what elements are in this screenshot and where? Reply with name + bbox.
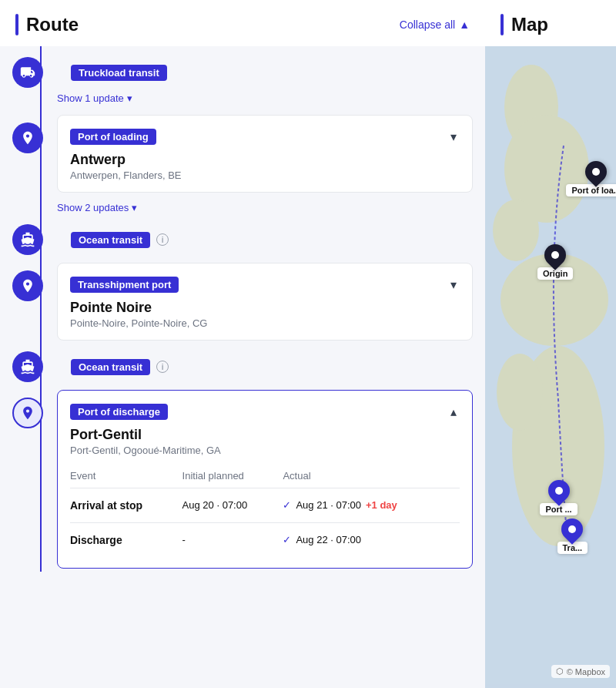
transshipment-badge: Transshipment port (70, 277, 179, 293)
map-pin-port-of-loading[interactable]: Port of loa... (566, 161, 616, 196)
event-arrival-name: Arrival at stop (70, 499, 142, 512)
map-title-accent (500, 14, 504, 35)
check-icon-arrival: ✓ (283, 499, 291, 511)
collapse-label: Collapse all (400, 18, 455, 31)
ocean-transit-2-badge: Ocean transit (71, 359, 150, 375)
event-row-discharge: Discharge - ✓ Aug 22 · 07:00 (70, 523, 460, 558)
route-title: Route (26, 14, 79, 35)
transshipment-node (12, 270, 43, 301)
chevron-up-icon: ▲ (459, 18, 470, 31)
map-pin-circle-loading (581, 156, 611, 187)
delay-badge-arrival: +1 day (366, 499, 397, 511)
ocean-transit-2-info-icon[interactable]: i (156, 361, 169, 373)
pointe-noire-subtitle: Pointe-Noire, Pointe-Noire, CG (70, 317, 460, 329)
location-pin-icon (20, 130, 35, 146)
svg-point-6 (497, 354, 543, 431)
main-panel: Route Collapse all ▲ Truckload transit (0, 0, 485, 688)
truckload-node (12, 57, 43, 88)
map-pin-transshipment[interactable]: Tra... (557, 519, 588, 554)
event-discharge-actual: ✓ Aug 22 · 07:00 (283, 534, 460, 545)
port-of-loading-card-header: Port of loading ▾ (70, 126, 460, 147)
map-pin-circle-discharge (544, 475, 574, 506)
port-gentil-subtitle: Port-Gentil, Ogooué-Maritime, GA (70, 445, 460, 456)
map-body: Port of loa... Origin Port ... Tra... ⬡ (485, 46, 616, 684)
port-gentil-title: Port-Gentil (70, 427, 460, 443)
ocean-transit-1-info: Ocean transit i (71, 232, 169, 248)
event-discharge-name: Discharge (70, 534, 122, 546)
map-pin-circle-origin (540, 240, 571, 270)
location-pin-icon-3 (20, 405, 35, 421)
event-arrival-actual: ✓ Aug 21 · 07:00 +1 day (283, 499, 460, 511)
port-of-discharge-node (12, 398, 43, 428)
port-of-loading-card: Port of loading ▾ Antwerp Antwerpen, Fla… (57, 115, 473, 193)
port-of-loading-badge: Port of loading (70, 129, 156, 145)
col-initial: Initial planned (182, 464, 283, 488)
truck-icon (20, 65, 35, 80)
truckload-badge: Truckload transit (71, 65, 167, 81)
pointe-noire-title: Pointe Noire (70, 300, 460, 316)
panel-title: Route (15, 14, 79, 35)
port-of-discharge-chevron-button[interactable]: ▴ (447, 401, 460, 422)
map-pin-inner-discharge (555, 487, 563, 495)
transshipment-chevron-button[interactable]: ▾ (447, 274, 460, 295)
map-pin-inner-origin (551, 251, 559, 259)
port-of-discharge-badge: Port of discharge (70, 404, 168, 420)
route-content: Truckload transit Show 1 update ▾ (0, 46, 485, 587)
map-svg (485, 46, 616, 684)
show-1-update-row: Show 1 update ▾ (12, 92, 473, 112)
show-2-updates-button[interactable]: Show 2 updates ▾ (57, 202, 137, 213)
events-table: Event Initial planned Actual Arrival at … (70, 464, 460, 557)
ocean-transit-2-info: Ocean transit i (71, 359, 169, 375)
antwerp-subtitle: Antwerpen, Flanders, BE (70, 169, 460, 181)
panel-header: Route Collapse all ▲ (0, 0, 485, 46)
svg-point-3 (493, 200, 539, 261)
ocean-transit-1-badge: Ocean transit (71, 232, 150, 248)
transshipment-row: Transshipment port ▾ Pointe Noire Pointe… (12, 260, 473, 344)
location-pin-icon-2 (20, 278, 35, 294)
map-pin-circle-transship (557, 514, 588, 545)
truckload-transit-info: Truckload transit (71, 65, 167, 81)
event-row-arrival: Arrival at stop Aug 20 · 07:00 ✓ Aug 21 … (70, 488, 460, 523)
ocean-transit-2-row: Ocean transit i (12, 344, 473, 387)
map-pin-origin[interactable]: Origin (537, 244, 573, 280)
map-pin-inner-loading (592, 168, 600, 176)
collapse-all-button[interactable]: Collapse all ▲ (400, 18, 470, 31)
chevron-down-icon-2: ▾ (132, 202, 137, 213)
port-of-discharge-card-header: Port of discharge ▴ (70, 401, 460, 422)
port-of-loading-row: Port of loading ▾ Antwerp Antwerpen, Fla… (12, 112, 473, 196)
port-of-discharge-card: Port of discharge ▴ Port-Gentil Port-Gen… (57, 390, 473, 569)
ship-icon-2 (20, 359, 35, 374)
show-2-updates-row: Show 2 updates ▾ (12, 196, 473, 216)
map-pin-label-loading: Port of loa... (566, 184, 616, 196)
col-actual: Actual (283, 464, 460, 488)
ocean-transit-1-node (12, 224, 43, 255)
show-1-update-button[interactable]: Show 1 update ▾ (57, 92, 132, 104)
show-1-update-label: Show 1 update (57, 92, 124, 104)
map-panel: Map Port of l (485, 0, 616, 688)
event-discharge-initial: - (182, 523, 283, 558)
event-arrival-actual-date: Aug 21 · 07:00 (296, 499, 361, 511)
port-of-discharge-row: Port of discharge ▴ Port-Gentil Port-Gen… (12, 387, 473, 572)
map-header: Map (485, 0, 616, 46)
map-title: Map (511, 14, 548, 35)
transshipment-card-header: Transshipment port ▾ (70, 274, 460, 295)
ocean-transit-1-info-icon[interactable]: i (156, 233, 169, 246)
mapbox-credit: ⬡ © Mapbox (551, 665, 610, 678)
antwerp-title: Antwerp (70, 152, 460, 168)
transshipment-card: Transshipment port ▾ Pointe Noire Pointe… (57, 263, 473, 341)
map-pin-port-discharge[interactable]: Port ... (540, 480, 577, 515)
ocean-transit-1-row: Ocean transit i (12, 216, 473, 260)
map-pin-inner-transship (568, 525, 576, 533)
truckload-transit-row: Truckload transit (12, 46, 473, 92)
title-accent-bar (15, 14, 18, 35)
ship-icon-1 (20, 232, 35, 247)
show-2-updates-label: Show 2 updates (57, 202, 129, 213)
col-event: Event (70, 464, 182, 488)
port-of-loading-chevron-button[interactable]: ▾ (447, 126, 460, 147)
event-arrival-initial: Aug 20 · 07:00 (182, 488, 283, 523)
port-of-loading-node (12, 122, 43, 153)
mapbox-logo: ⬡ (556, 666, 564, 676)
mapbox-text: © Mapbox (567, 667, 605, 676)
check-icon-discharge: ✓ (283, 534, 291, 545)
ocean-transit-2-node (12, 351, 43, 382)
